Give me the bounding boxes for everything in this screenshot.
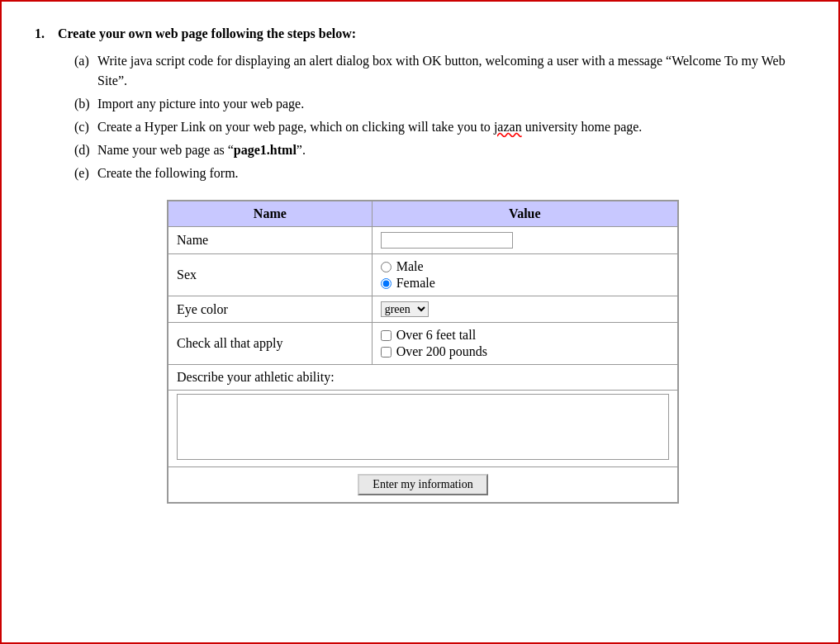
sub-label-c: (c) [74,117,97,137]
radio-label-male[interactable]: Male [381,259,669,274]
table-row-submit: Enter my information [168,467,678,504]
male-text: Male [396,259,424,274]
sex-radio-group: Male Female [381,259,669,291]
header-name: Name [168,201,372,227]
athletic-textarea[interactable] [177,394,669,460]
sub-item-e: (e) Create the following form. [74,163,805,183]
sub-text-c: Create a Hyper Link on your web page, wh… [97,117,805,137]
heavy-text: Over 200 pounds [396,344,487,359]
submit-cell: Enter my information [168,467,678,504]
sub-item-a: (a) Write java script code for displayin… [74,51,805,91]
athletic-label: Describe your athletic ability: [168,365,678,391]
table-header-row: Name Value [168,201,678,227]
sub-item-d: (d) Name your web page as “page1.html”. [74,140,805,160]
row-sex-label: Sex [168,254,372,296]
table-row-textarea [168,391,678,467]
header-value: Value [372,201,678,227]
submit-button[interactable]: Enter my information [358,474,487,495]
form-table: Name Value Name Sex [167,200,679,504]
table-row-athletic: Describe your athletic ability: [168,365,678,391]
sub-item-b: (b) Import any picture into your web pag… [74,94,805,114]
table-row-eye-color: Eye color green blue brown hazel [168,296,678,323]
question-number: 1. [35,26,51,41]
table-row-checkboxes: Check all that apply Over 6 feet tall Ov… [168,323,678,365]
row-name-label: Name [168,227,372,254]
textarea-cell [168,391,678,467]
sub-text-d: Name your web page as “page1.html”. [97,140,805,160]
jazan-text: jazan [494,120,522,134]
sub-label-a: (a) [74,51,97,71]
tall-text: Over 6 feet tall [396,328,476,343]
checkbox-group: Over 6 feet tall Over 200 pounds [381,328,669,359]
checkbox-heavy[interactable] [381,347,392,358]
sub-label-b: (b) [74,94,97,114]
checkbox-tall[interactable] [381,330,392,341]
checkbox-label-heavy[interactable]: Over 200 pounds [381,344,669,359]
radio-female[interactable] [381,278,392,289]
row-check-label: Check all that apply [168,323,372,365]
table-row-name: Name [168,227,678,254]
name-input[interactable] [381,232,513,249]
table-row-sex: Sex Male Female [168,254,678,296]
female-text: Female [396,276,435,291]
checkbox-label-tall[interactable]: Over 6 feet tall [381,328,669,343]
sub-item-c: (c) Create a Hyper Link on your web page… [74,117,805,137]
sub-text-a: Write java script code for displaying an… [97,51,805,91]
sub-text-b: Import any picture into your web page. [97,94,805,114]
row-name-value [372,227,678,254]
row-eye-label: Eye color [168,296,372,323]
radio-label-female[interactable]: Female [381,276,669,291]
sub-text-e: Create the following form. [97,163,805,183]
sub-items-list: (a) Write java script code for displayin… [74,51,805,183]
page-name: page1.html [234,143,297,157]
row-eye-value: green blue brown hazel [372,296,678,323]
question-title: Create your own web page following the s… [58,26,356,41]
radio-male[interactable] [381,262,392,272]
row-check-value: Over 6 feet tall Over 200 pounds [372,323,678,365]
eye-color-select[interactable]: green blue brown hazel [381,301,429,317]
page-content: 1. Create your own web page following th… [26,18,814,512]
row-sex-value: Male Female [372,254,678,296]
question-header: 1. Create your own web page following th… [35,26,805,41]
sub-label-e: (e) [74,163,97,183]
sub-label-d: (d) [74,140,97,160]
form-container: Name Value Name Sex [167,200,679,504]
